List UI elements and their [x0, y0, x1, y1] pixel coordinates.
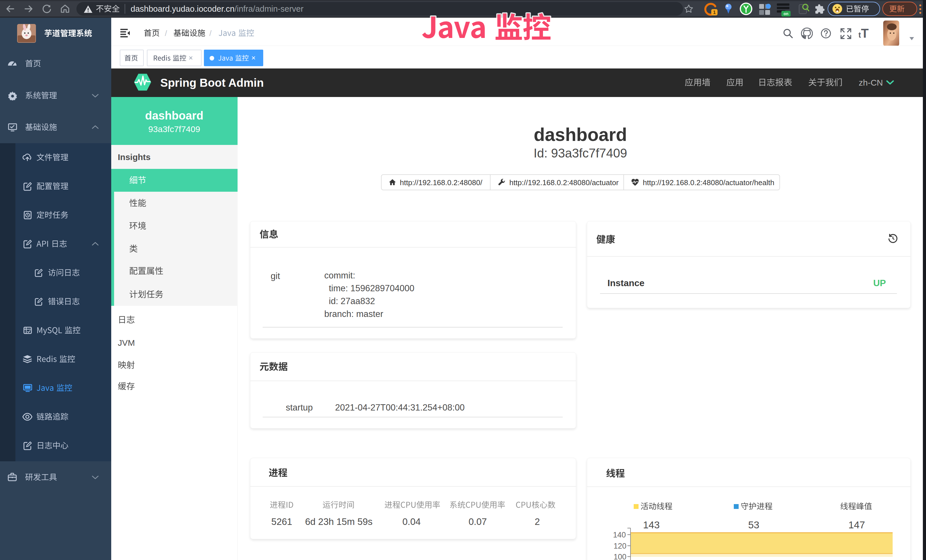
svg-text:1: 1 — [713, 10, 716, 15]
svg-text:on: on — [784, 11, 788, 16]
